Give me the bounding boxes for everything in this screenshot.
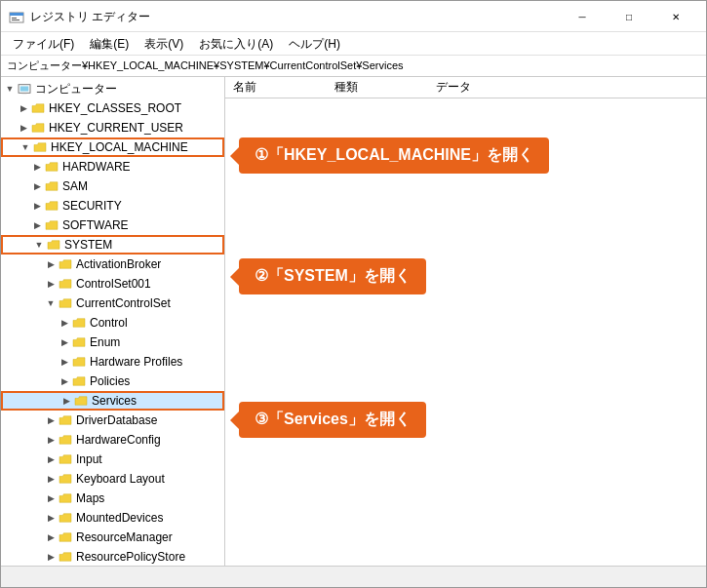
title-controls: ─ □ ✕	[560, 7, 698, 28]
tree-label-resourcepolicystore: ResourcePolicyStore	[76, 550, 185, 564]
services-icon	[73, 394, 89, 408]
right-panel-header: 名前 種類 データ	[225, 77, 706, 98]
tree-item-hardware[interactable]: HARDWARE	[1, 157, 224, 176]
resourcepolicystore-arrow	[44, 550, 58, 564]
controlset001-icon	[58, 277, 73, 291]
enum-icon	[71, 335, 87, 349]
sam-icon	[44, 179, 59, 193]
menu-file[interactable]: ファイル(F)	[5, 34, 82, 53]
tree-panel[interactable]: コンピューター HKEY_CLASSES_ROOT HKEY_CURRENT_U…	[1, 77, 225, 566]
tree-item-resourcemanager[interactable]: ResourceManager	[1, 528, 224, 547]
tree-item-control[interactable]: Control	[1, 313, 224, 333]
currentcontrolset-arrow	[44, 296, 58, 310]
tree-item-sam[interactable]: SAM	[1, 176, 224, 196]
sam-arrow	[30, 179, 44, 193]
svg-rect-5	[20, 86, 29, 91]
tree-item-hardwareconfig[interactable]: HardwareConfig	[1, 430, 224, 450]
right-panel: 名前 種類 データ ①「HKEY_LOCAL_MACHINE」を開く ②「SYS…	[225, 77, 706, 566]
svg-rect-1	[10, 13, 23, 16]
tree-item-mounteddevices[interactable]: MountedDevices	[1, 508, 224, 528]
tree-item-currentcontrolset[interactable]: CurrentControlSet	[1, 294, 224, 313]
tree-label-security: SECURITY	[62, 199, 122, 213]
tree-label-hardwareprofiles: Hardware Profiles	[90, 355, 182, 369]
callout-system-box: ②「SYSTEM」を開く	[239, 258, 426, 294]
driverdatabase-icon	[58, 413, 73, 427]
tree-item-keyboardlayout[interactable]: Keyboard Layout	[1, 469, 224, 489]
policies-arrow	[58, 374, 71, 388]
minimize-button[interactable]: ─	[560, 7, 605, 28]
hklm-icon	[32, 140, 48, 154]
computer-arrow	[3, 82, 17, 96]
tree-item-controlset001[interactable]: ControlSet001	[1, 274, 224, 294]
resourcepolicystore-icon	[58, 550, 73, 564]
activationbroker-arrow	[44, 257, 58, 271]
status-bar	[1, 566, 706, 587]
software-arrow	[30, 218, 44, 232]
control-icon	[71, 316, 87, 330]
tree-label-hklm: HKEY_LOCAL_MACHINE	[51, 140, 188, 154]
callout-hklm: ①「HKEY_LOCAL_MACHINE」を開く	[239, 137, 696, 139]
tree-label-resourcemanager: ResourceManager	[76, 530, 173, 544]
address-bar: コンピューター¥HKEY_LOCAL_MACHINE¥SYSTEM¥Curren…	[1, 56, 706, 77]
menu-edit[interactable]: 編集(E)	[82, 34, 137, 53]
tree-label-computer: コンピューター	[35, 81, 117, 98]
tree-label-driverdatabase: DriverDatabase	[76, 413, 157, 427]
tree-item-security[interactable]: SECURITY	[1, 196, 224, 216]
tree-item-hkcu[interactable]: HKEY_CURRENT_USER	[1, 118, 224, 137]
tree-label-control: Control	[90, 316, 128, 330]
tree-item-system[interactable]: SYSTEM	[1, 235, 224, 255]
tree-item-hklm[interactable]: HKEY_LOCAL_MACHINE	[1, 137, 224, 157]
keyboardlayout-arrow	[44, 472, 58, 486]
svg-rect-2	[12, 18, 17, 19]
tree-label-hkcr: HKEY_CLASSES_ROOT	[49, 101, 181, 115]
input-icon	[58, 452, 73, 466]
hardware-icon	[44, 160, 59, 174]
computer-icon	[17, 82, 32, 96]
tree-label-input: Input	[76, 452, 102, 466]
hklm-arrow	[19, 140, 32, 154]
maps-icon	[58, 491, 73, 505]
col-name: 名前	[233, 79, 256, 96]
tree-label-activationbroker: ActivationBroker	[76, 257, 161, 271]
hardwareprofiles-arrow	[58, 355, 71, 369]
menu-help[interactable]: ヘルプ(H)	[281, 34, 348, 53]
hkcr-icon	[30, 101, 46, 115]
hardwareconfig-arrow	[44, 433, 58, 447]
tree-item-services[interactable]: Services	[1, 391, 224, 411]
currentcontrolset-icon	[58, 296, 73, 310]
driverdatabase-arrow	[44, 413, 58, 427]
hardwareprofiles-icon	[71, 355, 87, 369]
tree-item-activationbroker[interactable]: ActivationBroker	[1, 255, 224, 274]
system-arrow	[32, 238, 46, 252]
tree-item-policies[interactable]: Policies	[1, 372, 224, 391]
tree-item-software[interactable]: SOFTWARE	[1, 216, 224, 235]
security-icon	[44, 199, 59, 213]
menu-view[interactable]: 表示(V)	[137, 34, 191, 53]
title-bar-left: レジストリ エディター	[9, 9, 150, 25]
tree-label-keyboardlayout: Keyboard Layout	[76, 472, 165, 486]
callout-hklm-box: ①「HKEY_LOCAL_MACHINE」を開く	[239, 137, 549, 174]
tree-item-maps[interactable]: Maps	[1, 489, 224, 508]
tree-label-mounteddevices: MountedDevices	[76, 511, 163, 525]
tree-item-computer[interactable]: コンピューター	[1, 79, 224, 98]
menu-favorites[interactable]: お気に入り(A)	[191, 34, 281, 53]
tree-item-hkcr[interactable]: HKEY_CLASSES_ROOT	[1, 98, 224, 118]
security-arrow	[30, 199, 44, 213]
services-arrow	[59, 394, 73, 408]
tree-item-driverdatabase[interactable]: DriverDatabase	[1, 411, 224, 430]
tree-item-resourcepolicystore[interactable]: ResourcePolicyStore	[1, 547, 224, 566]
col-data: データ	[436, 79, 471, 96]
activationbroker-icon	[58, 257, 73, 271]
maximize-button[interactable]: □	[607, 7, 651, 28]
enum-arrow	[58, 335, 71, 349]
tree-label-system: SYSTEM	[64, 238, 112, 252]
tree-item-enum[interactable]: Enum	[1, 333, 224, 352]
close-button[interactable]: ✕	[653, 7, 698, 28]
main-content: コンピューター HKEY_CLASSES_ROOT HKEY_CURRENT_U…	[1, 77, 706, 566]
tree-item-hardwareprofiles[interactable]: Hardware Profiles	[1, 352, 224, 372]
tree-item-input[interactable]: Input	[1, 450, 224, 469]
window-title: レジストリ エディター	[30, 9, 150, 25]
hkcu-icon	[30, 121, 46, 135]
tree-label-software: SOFTWARE	[62, 218, 129, 232]
mounteddevices-arrow	[44, 511, 58, 525]
